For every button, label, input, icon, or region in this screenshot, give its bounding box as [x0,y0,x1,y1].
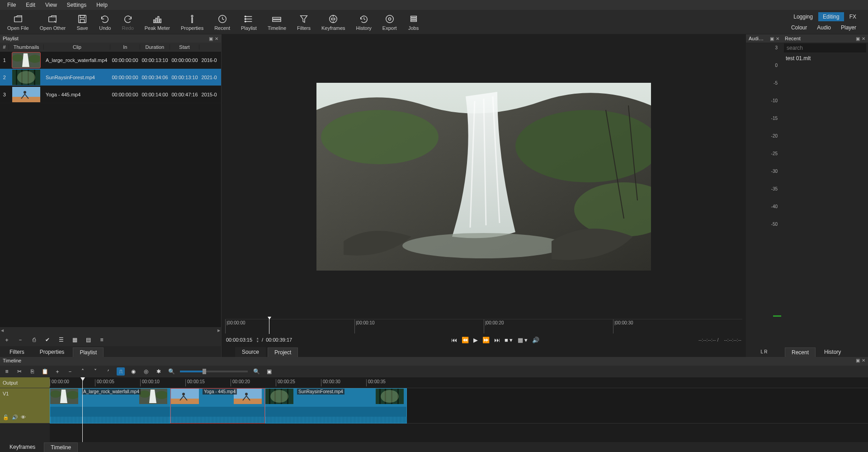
tab-playlist[interactable]: Playlist [73,347,104,357]
col-clip[interactable]: Clip [44,44,110,50]
recent-item[interactable]: test 01.mlt [782,53,868,63]
tab-properties[interactable]: Properties [33,347,71,357]
close-icon[interactable]: ✕ [862,358,865,365]
mode-audio[interactable]: Audio [812,23,835,32]
undock-icon[interactable]: ▣ [856,36,860,41]
menu-icon[interactable]: ≡ [3,367,11,376]
mode-editing[interactable]: Editing [818,12,844,21]
undock-icon[interactable]: ▣ [209,36,213,41]
add-icon[interactable]: ＋ [53,367,61,376]
cut-icon[interactable]: ✂ [15,367,24,376]
timeline-clip[interactable]: A_large_rock_waterfall.mp4 [50,388,170,423]
tab-keyframes[interactable]: Keyframes [3,442,42,452]
zoom-fit-icon[interactable]: ▣ [265,367,273,376]
keyframes-button[interactable]: Keyframes [316,12,351,33]
timeline-clip[interactable]: SunRaysinForest.mp4 [265,388,407,423]
close-icon[interactable]: ✕ [776,36,779,41]
open-file-button[interactable]: Open File [2,12,34,33]
remove-icon[interactable]: － [66,367,74,376]
timeline-ruler[interactable]: 00:00:0000:00:0500:00:1000:00:1500:00:20… [50,377,868,388]
paste-icon[interactable]: 📋 [41,367,49,376]
volume-icon[interactable]: 🔊 [532,337,539,343]
lock-icon[interactable]: 🔓 [3,414,9,420]
viewer-scrubber[interactable]: |00:00:00|00:00:10|00:00:20|00:00:30 [225,319,742,333]
tab-filters[interactable]: Filters [3,347,31,357]
lift-icon[interactable]: ˄ [79,367,87,376]
v1-track-header[interactable]: V1 🔓 🔊 👁 [0,388,50,423]
tab-history[interactable]: History [817,347,848,357]
remove-icon[interactable]: － [15,335,25,345]
playlist-row[interactable]: 1A_large_rock_waterfall.mp400:00:00:0000… [0,52,221,69]
mode-fx[interactable]: FX [845,12,861,21]
menu-help[interactable]: Help [92,1,112,9]
hide-icon[interactable]: 👁 [21,414,26,420]
scrub-icon[interactable]: ◉ [129,367,137,376]
peak-meter-button[interactable]: Peak Meter [139,12,175,33]
add-icon[interactable]: ＋ [2,335,12,345]
overwrite-icon[interactable]: ˅ [91,367,99,376]
zoom-in-icon[interactable]: 🔍 [252,367,260,376]
playlist-row[interactable]: 3Yoga - 445.mp400:00:00:0000:00:14:0000:… [0,86,221,103]
track-lane-v1[interactable]: A_large_rock_waterfall.mp4Yoga - 445.mp4… [50,388,868,423]
grid-view-icon[interactable]: ▦ [70,335,80,345]
tab-recent[interactable]: Recent [785,347,816,357]
mode-logging[interactable]: Logging [789,12,817,21]
playlist-button[interactable]: Playlist [236,12,262,33]
redo-button[interactable]: Redo [116,12,139,33]
menu-icon[interactable]: ≡ [97,335,107,345]
playhead-marker[interactable] [269,318,269,334]
recent-button[interactable]: Recent [209,12,236,33]
ripple-icon[interactable]: ◎ [142,367,150,376]
playlist-table[interactable]: 1A_large_rock_waterfall.mp400:00:00:0000… [0,52,221,333]
save-button[interactable]: Save [71,12,94,33]
fast-forward-icon[interactable]: ⏩ [482,337,490,343]
col-thumb[interactable]: Thumbnails [9,44,44,50]
timecode-spinner[interactable]: ▲▼ [256,337,259,343]
close-icon[interactable]: ✕ [215,36,218,41]
zoom-slider[interactable] [180,371,248,372]
export-button[interactable]: Export [377,12,402,33]
rewind-icon[interactable]: ⏪ [462,337,469,343]
list-view-icon[interactable]: ☰ [56,335,66,345]
tab-timeline[interactable]: Timeline [44,442,78,452]
update-icon[interactable]: ⎙ [29,335,39,345]
mute-icon[interactable]: 🔊 [12,414,18,420]
undock-icon[interactable]: ▣ [770,36,774,41]
play-icon[interactable]: ▶ [473,337,478,343]
horizontal-scrollbar[interactable] [0,327,221,333]
close-icon[interactable]: ✕ [862,36,865,41]
menu-file[interactable]: File [3,1,20,9]
zoom-out-icon[interactable]: 🔍 [167,367,175,376]
output-track-header[interactable]: Output [0,377,50,388]
skip-end-icon[interactable]: ⏭ [494,337,500,343]
skip-start-icon[interactable]: ⏮ [451,337,457,343]
col-num[interactable]: # [0,44,9,50]
jobs-button[interactable]: Jobs [402,12,425,33]
grid-icon[interactable]: ▦ ▾ [518,337,528,343]
properties-button[interactable]: Properties [175,12,209,33]
menu-edit[interactable]: Edit [21,1,40,9]
col-dur[interactable]: Duration [140,44,170,50]
undock-icon[interactable]: ▣ [856,358,860,365]
copy-icon[interactable]: ⎘ [28,367,36,376]
ripple-all-icon[interactable]: ✱ [155,367,163,376]
zoom-fit-icon[interactable]: ■ ▾ [505,337,513,343]
playlist-row[interactable]: 2SunRaysinForest.mp400:00:00:0000:00:34:… [0,69,221,86]
menu-settings[interactable]: Settings [62,1,91,9]
tab-project[interactable]: Project [268,347,298,357]
snap-icon[interactable]: ⎍ [117,367,125,376]
mode-colour[interactable]: Colour [787,23,811,32]
check-icon[interactable]: ✔ [42,335,52,345]
menu-view[interactable]: View [41,1,61,9]
detail-view-icon[interactable]: ▤ [83,335,93,345]
timecode-current[interactable]: 00:00:03:15 [226,337,252,343]
timeline-playhead[interactable] [82,377,83,442]
video-preview[interactable] [316,83,651,271]
timeline-clip[interactable]: Yoga - 445.mp4 [170,388,265,423]
tab-source[interactable]: Source [235,347,266,357]
filters-button[interactable]: Filters [292,12,316,33]
col-in[interactable]: In [110,44,140,50]
search-input[interactable] [784,43,866,52]
mode-player[interactable]: Player [836,23,861,32]
col-start[interactable]: Start [170,44,200,50]
